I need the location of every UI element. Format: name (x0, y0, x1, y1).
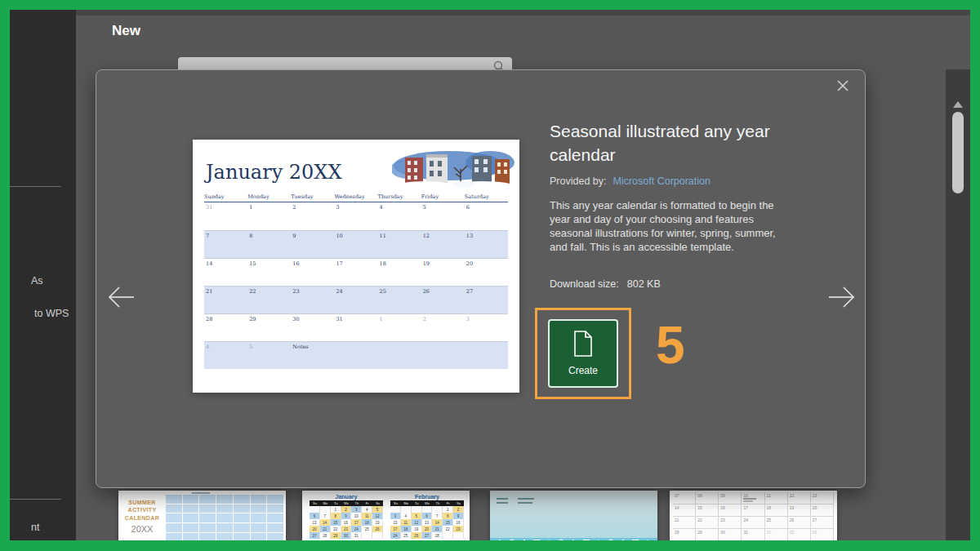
thumb-grid-cell (251, 504, 267, 513)
calendar-day-cell (334, 342, 377, 369)
provider-link[interactable]: Microsoft Corporation (612, 176, 710, 187)
tree-icon (496, 537, 504, 540)
day-header: Wednesday (334, 193, 377, 200)
template-thumbnail-summer-activity[interactable]: SUMMER ACTIVITY CALENDAR 20XX (118, 491, 286, 540)
provided-by-row: Provided by:Microsoft Corporation (550, 176, 786, 187)
mini-week-row: 12 (390, 506, 464, 513)
calendar-week-row: 31123456 (204, 202, 508, 230)
tent-icon (595, 537, 603, 540)
preview-month-title: January 20XX (206, 161, 342, 184)
sidebar-item-to-wps[interactable]: to WPS (34, 308, 69, 319)
thumb-grid-cell (251, 513, 267, 522)
thumb-grid-cell (183, 495, 199, 504)
mini-week-row: 3456789 (390, 513, 464, 519)
calendar-day-cell: 24 (334, 287, 377, 313)
thumb-grid-cell (251, 495, 267, 504)
window-icon (582, 537, 590, 540)
preview-weeks: 3112345678910111213141516171819202122232… (204, 202, 508, 369)
calendar-day-cell: 30 (291, 314, 334, 341)
thumb-grid-cell: 25 (765, 517, 788, 529)
thumb-grid-cell: 14 (673, 504, 696, 517)
window-icon (532, 537, 541, 540)
calendar-day-cell: 18 (378, 259, 421, 286)
day-header: Monday (247, 193, 291, 200)
create-button[interactable]: Create (548, 319, 618, 388)
sidebar-item-print[interactable]: nt (31, 522, 39, 533)
thumb-grid-cell: 17 (742, 504, 764, 517)
download-size-label: Download size: (550, 278, 619, 290)
thumbnail-calendar-grid (166, 495, 283, 540)
thumb-grid-cell (267, 504, 283, 513)
thumb-grid-cell (166, 533, 182, 540)
thumb-grid-cell (267, 495, 283, 504)
balloon-icon (508, 537, 516, 540)
titlebar-strip (10, 10, 970, 16)
thumb-grid-cell: 11 (765, 492, 788, 504)
house-icon (520, 537, 528, 540)
calendar-day-cell: 12 (421, 231, 465, 258)
scrollbar-up-icon[interactable] (953, 101, 963, 108)
mini-month-title: February (390, 494, 464, 500)
thumb-grid-cell (234, 504, 250, 513)
thumb-grid-cell (234, 523, 250, 532)
mini-month-january: JanuarySuMoTuWeThFrSa1234567891011121314… (310, 494, 383, 539)
template-thumbnail-monthly-planner[interactable]: 0708091011121314151617181920212223242526… (670, 491, 837, 540)
thumb-grid-cell: 29 (696, 529, 719, 540)
day-header: Thursday (378, 193, 421, 200)
next-template-arrow-icon[interactable] (826, 284, 857, 310)
create-button-label: Create (568, 365, 598, 376)
thumb-grid-cell (166, 513, 182, 522)
mini-week-row: 13141516171819 (310, 519, 383, 526)
template-thumbnail-illustrated[interactable] (490, 491, 657, 540)
excel-backstage-window: As to WPS nt New SUMMER ACTIVITY CALENDA… (10, 10, 970, 540)
scrollbar-track[interactable] (946, 69, 970, 540)
thumb-grid-cell (216, 513, 233, 522)
mini-week-row: 2425262728 (390, 532, 464, 539)
provided-by-label: Provided by: (550, 176, 606, 187)
calendar-day-cell: 31 (204, 202, 247, 230)
thumb-grid-cell (267, 513, 283, 522)
close-icon[interactable] (832, 75, 853, 96)
day-header: Friday (421, 193, 465, 200)
calendar-day-cell: 9 (291, 231, 334, 258)
thumb-grid-cell (234, 533, 250, 540)
calendar-day-cell: 1 (247, 202, 291, 230)
thumb-grid-cell (199, 513, 216, 522)
calendar-day-cell: 4 (204, 342, 247, 369)
template-preview-image: January 20XX (193, 140, 519, 393)
sidebar-item-save-as[interactable]: As (31, 275, 43, 287)
thumb-grid-cell (234, 495, 250, 504)
thumb-grid-cell: 21 (673, 517, 696, 529)
calendar-day-cell (465, 342, 508, 369)
thumb-grid-cell (199, 533, 216, 540)
sidebar-divider (10, 499, 61, 500)
thumbnail-year: 20XX (118, 524, 166, 534)
calendar-day-cell: 29 (247, 314, 291, 341)
thumb-grid-cell: 30 (719, 529, 742, 540)
calendar-week-row: 28293031123 (204, 313, 508, 341)
template-preview-dialog: January 20XX (96, 69, 866, 488)
backstage-sidebar: As to WPS nt (10, 10, 76, 540)
thumbnail-icon-band (490, 538, 657, 540)
previous-template-arrow-icon[interactable] (106, 284, 137, 310)
calendar-week-row: 14151617181920 (204, 258, 508, 286)
thumb-grid-cell: 26 (788, 517, 811, 529)
calendar-day-cell: 28 (204, 314, 247, 341)
calendar-day-cell: 2 (291, 202, 334, 230)
calendar-day-cell: 26 (421, 287, 465, 313)
calendar-day-cell: 15 (247, 259, 291, 286)
scrollbar-thumb[interactable] (952, 112, 964, 193)
thumb-grid-cell: 12 (788, 492, 811, 504)
thumb-grid-cell: 07 (673, 492, 696, 504)
thumb-grid-cell (199, 523, 216, 532)
thumb-grid-cell: 16 (719, 504, 742, 517)
thumb-grid-cell (267, 533, 283, 540)
thumb-grid-cell: 24 (742, 517, 764, 529)
template-thumbnail-two-month[interactable]: JanuarySuMoTuWeThFrSa1234567891011121314… (302, 491, 470, 540)
thumbnail-calendar-grid: 0708091011121314151617181920212223242526… (673, 492, 834, 540)
calendar-day-cell: 10 (334, 231, 377, 258)
new-document-icon (572, 331, 594, 360)
calendar-day-cell: 20 (465, 259, 508, 286)
calendar-day-cell: 11 (378, 231, 421, 258)
thumb-grid-cell (183, 513, 199, 522)
